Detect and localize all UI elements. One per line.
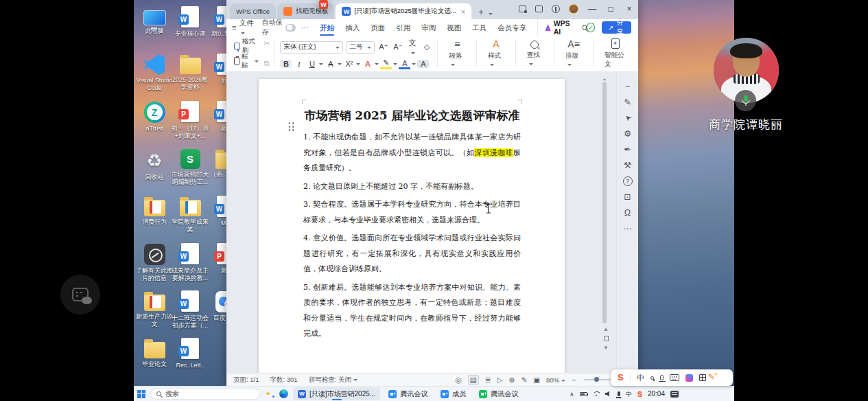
find-menu-button[interactable]: 查找: [521, 38, 550, 69]
taskbar-task[interactable]: 腾讯会议: [474, 387, 523, 400]
underline-button[interactable]: U: [306, 60, 318, 68]
typeset-menu-button[interactable]: A≡排版: [559, 38, 588, 69]
menu-tab[interactable]: 工具: [467, 19, 492, 36]
file-menu[interactable]: 文件: [239, 19, 255, 36]
smart-doc-button[interactable]: 智能公文: [598, 38, 633, 69]
ime-toolbox-icon[interactable]: [699, 374, 706, 381]
desktop-icon[interactable]: 消费行为: [137, 195, 172, 242]
help-icon[interactable]: ?: [623, 176, 633, 186]
tab-list-caret-icon[interactable]: [489, 13, 493, 17]
vertical-scrollbar[interactable]: [602, 75, 607, 369]
clock[interactable]: 20:04: [648, 390, 665, 398]
bold-button[interactable]: B: [280, 60, 292, 68]
desktop-icon[interactable]: 学院教学成果奖: [172, 195, 208, 242]
word-count[interactable]: 字数: 301: [270, 376, 298, 385]
touch-keyboard-icon[interactable]: [670, 374, 679, 381]
page-view-icon[interactable]: ▤: [468, 375, 479, 385]
font-size-select[interactable]: 二号: [346, 41, 375, 54]
dictation-mic-icon[interactable]: [660, 375, 664, 380]
menu-tab[interactable]: 审阅: [416, 19, 441, 36]
volume-icon[interactable]: [605, 391, 612, 397]
desktop-icon[interactable]: 专业核心课: [172, 5, 208, 53]
wps-tray-icon[interactable]: S: [637, 391, 642, 398]
read-aloud-icon[interactable]: ▷: [497, 376, 502, 385]
new-tab-button[interactable]: +: [478, 7, 484, 17]
divider[interactable]: [630, 373, 631, 382]
desktop-icon[interactable]: 新质生产力论文: [137, 290, 172, 337]
paste-button[interactable]: 粘贴: [232, 54, 261, 68]
desktop-icon[interactable]: 2025-2026教学资料: [172, 53, 208, 100]
collapse-ribbon-icon[interactable]: −: [622, 82, 633, 91]
desktop-icon[interactable]: 市场营销25大纲编制分工...: [172, 148, 208, 195]
account-avatar[interactable]: [569, 4, 578, 14]
next-page-button[interactable]: ▼: [603, 345, 609, 351]
adjust-settings-icon[interactable]: ⚙: [622, 129, 633, 139]
menu-tab[interactable]: 视图: [441, 19, 467, 36]
superscript-button[interactable]: X²: [343, 60, 355, 68]
decrease-font-button[interactable]: A⁻: [392, 43, 403, 51]
autosave-control[interactable]: 自动保存: [262, 18, 296, 37]
edge-browser-icon[interactable]: [279, 389, 288, 398]
desktop-icon[interactable]: 了解有关此图片的信息: [137, 242, 172, 290]
menu-tab[interactable]: 插入: [340, 19, 365, 36]
tab-document-readonly[interactable]: W [只读]市场营销2025届毕业论文选... ×: [336, 3, 471, 19]
battery-icon[interactable]: [580, 392, 587, 396]
symbol-omega-icon[interactable]: Ω: [622, 208, 633, 218]
paragraph-drag-handle-icon[interactable]: [288, 122, 295, 132]
tools-icon[interactable]: ⚒: [622, 161, 633, 170]
copy-button[interactable]: ⧉: [264, 59, 270, 68]
strikethrough-button[interactable]: A: [325, 60, 336, 68]
document-paragraph[interactable]: 2. 论文题目原则上不能超过 20 字，不能有副标题。: [303, 179, 521, 195]
zoom-level[interactable]: 80%: [546, 376, 565, 384]
cut-button[interactable]: ✂: [263, 39, 270, 48]
more-tools-icon[interactable]: ⋯: [622, 224, 633, 233]
select-cursor-icon[interactable]: ➤: [620, 111, 635, 125]
increase-font-button[interactable]: A⁺: [377, 43, 389, 51]
emoji-panel-icon[interactable]: [685, 374, 693, 382]
document-paragraph[interactable]: 5. 创新难易。选题能够达到本专业培养方案中对知识、能力、素质的要求，体现作者的…: [303, 280, 521, 342]
styles-menu-button[interactable]: A样式: [482, 38, 511, 69]
desktop-icon[interactable]: 成果简介及主要解决的教...: [172, 242, 208, 290]
outline-view-icon[interactable]: ≣: [485, 376, 491, 385]
signature-icon[interactable]: ✒: [622, 145, 633, 154]
desktop-icon[interactable]: 回收站: [137, 148, 172, 195]
wps-ai-button[interactable]: WPS AI: [537, 19, 572, 36]
document-paragraph[interactable]: 1. 不能出现伪命题，如不允许以某一连锁品牌具体某一家店为研究对象，但若是自有品…: [303, 130, 521, 176]
menu-tab[interactable]: 开始: [314, 19, 340, 36]
close-button[interactable]: ×: [624, 4, 634, 14]
ime-indicator[interactable]: 中: [626, 391, 632, 398]
search-icon[interactable]: [583, 25, 587, 30]
minimize-button[interactable]: —: [587, 4, 597, 14]
desktop-icon[interactable]: 毕业论文: [137, 337, 172, 385]
desktop-icon[interactable]: 此电脑: [137, 5, 172, 53]
meeting-floating-button[interactable]: [60, 275, 100, 314]
tab-close-icon[interactable]: ×: [461, 8, 465, 16]
wifi-icon[interactable]: [593, 391, 600, 396]
document-title[interactable]: 市场营销 2025 届毕业论文选题评审标准: [303, 106, 521, 124]
desktop-icon[interactable]: 初一（12）班+刘聿文+...: [172, 100, 208, 148]
desktop-icon[interactable]: Visual Studio Code: [137, 53, 172, 100]
copilot-sparkle-icon[interactable]: ✦: [265, 389, 274, 398]
desktop-icon[interactable]: aTrust: [137, 100, 172, 148]
highlight-color-button[interactable]: ✎: [380, 58, 392, 69]
desktop-icon[interactable]: Rec..Lett..: [172, 337, 208, 385]
screenshot-icon[interactable]: [519, 5, 526, 12]
document-paragraph[interactable]: 4. 意义价值。选题面向所在专业领域学术问题或行业社会实际问题进行研究，有一定拓…: [303, 231, 521, 277]
taskbar-task[interactable]: [只读]市场营销2025...: [293, 387, 380, 400]
taskbar-task[interactable]: 成员: [436, 387, 471, 400]
taskbar-task[interactable]: 腾讯会议: [384, 387, 432, 400]
spellcheck-status[interactable]: 拼写检查: 关闭: [309, 376, 357, 385]
menu-tab[interactable]: 页面: [365, 19, 390, 36]
menu-tab[interactable]: 引用: [390, 19, 416, 36]
workspace-icon[interactable]: [535, 5, 543, 12]
navigation-wheel-icon[interactable]: [552, 5, 560, 13]
clear-format-button[interactable]: ◇: [421, 43, 432, 51]
wps-quick-icon[interactable]: S: [618, 373, 624, 382]
autosave-toggle-off[interactable]: [285, 24, 296, 32]
document-page[interactable]: 市场营销 2025 届毕业论文选题评审标准 1. 不能出现伪命题，如不允许以某一…: [259, 79, 565, 373]
notifications-icon[interactable]: [670, 391, 679, 398]
phonetic-guide-button[interactable]: 文: [406, 38, 418, 56]
desktop-icon[interactable]: 十二班运动会初步方案（...: [172, 290, 208, 337]
tab-wps-office[interactable]: W WPS Office: [230, 3, 276, 19]
ink-edit-icon[interactable]: ✎: [521, 376, 527, 385]
